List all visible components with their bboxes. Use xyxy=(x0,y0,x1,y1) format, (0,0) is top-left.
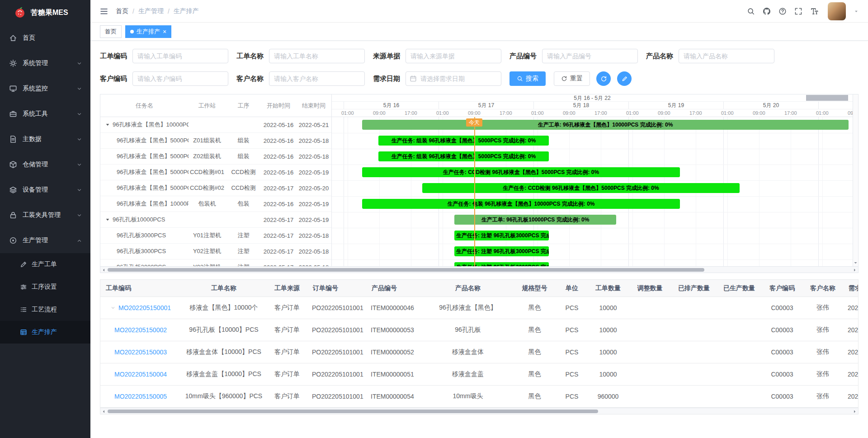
gantt-task-bar[interactable]: 生产任务: 包装 96孔移液盒【黑色】10000PCS 完成比例: 0% xyxy=(362,199,680,209)
date-input[interactable] xyxy=(406,71,501,86)
text-input[interactable] xyxy=(406,49,501,63)
gantt-task-bar[interactable]: 生产任务: 注塑 96孔孔板3000PCS 完成比例: 0% xyxy=(454,262,549,266)
sidebar-item-5[interactable]: 仓储管理 xyxy=(0,152,90,177)
sidebar-item-2[interactable]: 系统监控 xyxy=(0,76,90,101)
tree-expanded-icon[interactable] xyxy=(105,122,110,127)
sidebar-item-7[interactable]: 工装夹具管理 xyxy=(0,203,90,228)
text-input[interactable] xyxy=(132,71,228,86)
search-button[interactable]: 搜索 xyxy=(509,71,546,86)
tab-1[interactable]: 生产排产× xyxy=(125,25,171,38)
sidebar-item-label: 首页 xyxy=(23,34,35,42)
gantt-order-bar[interactable]: 生产工单: 96孔孔板10000PCS 完成比例: 0% xyxy=(454,215,616,225)
caret-down-icon[interactable] xyxy=(854,9,859,14)
scroll-left-icon[interactable] xyxy=(102,268,106,272)
gantt-task-name: 96孔移液盒【黑色】10000PCS xyxy=(113,121,189,129)
gantt-task-bar[interactable]: 生产任务: 组装 96孔移液盒【黑色】5000PCS 完成比例: 0% xyxy=(378,136,549,146)
gantt-task-table: 任务名工作站工序开始时间结束时间 96孔移液盒【黑色】10000PCS2022-… xyxy=(100,94,332,266)
work-order-link[interactable]: MO202205150005 xyxy=(114,393,167,400)
sync-button[interactable] xyxy=(596,71,611,86)
scroll-down-icon[interactable] xyxy=(854,261,858,265)
order-cell-订单编号: PO202205101001 xyxy=(307,371,366,378)
font-size-icon[interactable] xyxy=(810,7,818,15)
gantt-task-name-cell: 96孔孔板3000PCS xyxy=(100,231,189,240)
fullscreen-icon[interactable] xyxy=(794,7,802,15)
sidebar-item-label: 生产管理 xyxy=(23,236,48,245)
gantt-day-label xyxy=(818,102,853,109)
gantt-task-row[interactable]: 96孔孔板3000PCSY01注塑机注塑2022-05-172022-05-18 xyxy=(100,228,331,244)
sidebar-item-6[interactable]: 设备管理 xyxy=(0,177,90,203)
scroll-right-icon[interactable] xyxy=(853,410,857,414)
edit-button[interactable] xyxy=(617,71,632,86)
sidebar-item-3[interactable]: 系统工具 xyxy=(0,101,90,127)
tab-close-icon[interactable]: × xyxy=(163,28,166,35)
gantt-task-row[interactable]: 96孔移液盒【黑色】5000PCSCCD检测#01CCD检测2022-05-16… xyxy=(100,165,331,180)
work-order-link[interactable]: MO202205150004 xyxy=(114,371,167,378)
orders-scroll-thumb[interactable] xyxy=(108,410,598,413)
sidebar-item-8[interactable]: 生产管理 xyxy=(0,228,90,253)
gantt-scroll-thumb[interactable] xyxy=(108,268,704,272)
gantt-start-cell: 2022-05-17 xyxy=(261,232,296,239)
gantt-start-cell: 2022-05-17 xyxy=(261,185,296,192)
gantt-task-row[interactable]: 96孔孔板10000PCS2022-05-172022-05-19 xyxy=(100,212,331,228)
gantt-vertical-scrollbar[interactable] xyxy=(853,94,858,266)
gantt-range-selector[interactable] xyxy=(806,95,848,101)
gantt-task-bar[interactable]: 生产任务: 组装 96孔移液盒【黑色】5000PCS 完成比例: 0% xyxy=(378,151,549,161)
sidebar-subitem-0[interactable]: 生产工单 xyxy=(0,253,90,276)
sidebar-subitem-2[interactable]: 工艺流程 xyxy=(0,298,90,321)
gantt-task-name: 96孔移液盒【黑色】5000PCS xyxy=(117,168,189,176)
text-input[interactable] xyxy=(542,49,638,63)
row-expand-icon[interactable] xyxy=(110,305,116,311)
gantt-task-bar[interactable]: 生产任务: CCD检测 96孔移液盒【黑色】5000PCS 完成比例: 0% xyxy=(422,183,740,193)
order-cell-工单编码: MO202205150001 xyxy=(100,304,181,311)
text-input[interactable] xyxy=(269,71,365,86)
sidebar-item-1[interactable]: 系统管理 xyxy=(0,51,90,76)
breadcrumb-item-0[interactable]: 首页 xyxy=(116,7,128,15)
text-input[interactable] xyxy=(132,49,228,63)
orders-horizontal-scrollbar[interactable] xyxy=(100,408,858,414)
gantt-row-divider xyxy=(332,133,853,133)
gantt-task-row[interactable]: 96孔移液盒【黑色】5000PCSZ01组装机组装2022-05-162022-… xyxy=(100,133,331,149)
tab-0[interactable]: 首页 xyxy=(100,25,122,38)
help-icon[interactable] xyxy=(778,7,787,15)
text-input[interactable] xyxy=(679,49,774,63)
work-order-link[interactable]: MO202205150002 xyxy=(114,326,167,334)
sidebar-subitem-3[interactable]: 生产排产 xyxy=(0,321,90,344)
breadcrumb-item-1[interactable]: 生产管理 xyxy=(138,7,164,15)
gantt-task-row[interactable]: 96孔孔板3000PCSY02注塑机注塑2022-05-172022-05-18 xyxy=(100,244,331,259)
sidebar-item-4[interactable]: 主数据 xyxy=(0,127,90,152)
gantt-task-bar[interactable]: 生产任务: 注塑 96孔孔板3000PCS 完成比例: 0% xyxy=(454,246,549,256)
gantt-task-bar[interactable]: 生产任务: CCD检测 96孔移液盒【黑色】5000PCS 完成比例: 0% xyxy=(362,167,680,177)
order-cell-工单编码: MO202205150004 xyxy=(100,371,181,378)
gantt-horizontal-scrollbar[interactable] xyxy=(100,266,858,273)
scroll-left-icon[interactable] xyxy=(102,410,106,414)
order-cell-订单编号: PO202205101001 xyxy=(307,326,366,334)
reset-button[interactable]: 重置 xyxy=(554,71,590,86)
work-order-link[interactable]: MO202205150003 xyxy=(114,349,167,356)
scroll-right-icon[interactable] xyxy=(853,268,857,272)
sidebar-item-0[interactable]: 首页 xyxy=(0,25,90,51)
gantt-task-row[interactable]: 96孔移液盒【黑色】5000PCSCCD检测#02CCD检测2022-05-17… xyxy=(100,180,331,196)
search-icon[interactable] xyxy=(747,7,755,15)
avatar[interactable] xyxy=(828,2,846,20)
gantt-range-row: 5月 16 - 5月 22 xyxy=(332,94,853,102)
github-icon[interactable] xyxy=(763,7,771,15)
order-cell-产品编号: ITEM00000052 xyxy=(366,349,423,356)
gantt-process-cell: 注塑 xyxy=(226,247,261,255)
tree-expanded-icon[interactable] xyxy=(105,217,110,222)
sidebar-subitem-1[interactable]: 工序设置 xyxy=(0,276,90,298)
gantt-task-row[interactable]: 96孔移液盒【黑色】10000PCS2022-05-162022-05-21 xyxy=(100,117,331,133)
gantt-task-row[interactable]: 96孔孔板3000PCSY03注塑机注塑2022-05-172022-05-18 xyxy=(100,259,331,266)
order-cell-规格型号: 黑色 xyxy=(513,326,556,334)
text-input[interactable] xyxy=(269,49,365,63)
gantt-order-bar[interactable]: 生产工单: 96孔移液盒【黑色】10000PCS 完成比例: 0% xyxy=(362,120,849,130)
gantt-task-row[interactable]: 96孔移液盒【黑色】5000PCSZ02组装机组装2022-05-162022-… xyxy=(100,149,331,165)
gantt-task-bar[interactable]: 生产任务: 注塑 96孔孔板3000PCS 完成比例: 0% xyxy=(454,231,549,240)
collapse-sidebar-icon[interactable] xyxy=(99,7,108,16)
chevron-down-icon xyxy=(76,162,82,168)
gantt-bar-label: 生产任务: 注塑 96孔孔板3000PCS 完成比例: 0% xyxy=(454,264,549,267)
work-order-link[interactable]: MO202205150001 xyxy=(118,304,171,311)
gantt-process-cell: CCD检测 xyxy=(226,168,261,176)
app-logo[interactable]: 苦糖果MES xyxy=(0,0,90,25)
order-cell-工单数量: 10000 xyxy=(588,349,628,356)
gantt-task-row[interactable]: 96孔移液盒【黑色】10000PCS包装机包装2022-05-162022-05… xyxy=(100,196,331,212)
